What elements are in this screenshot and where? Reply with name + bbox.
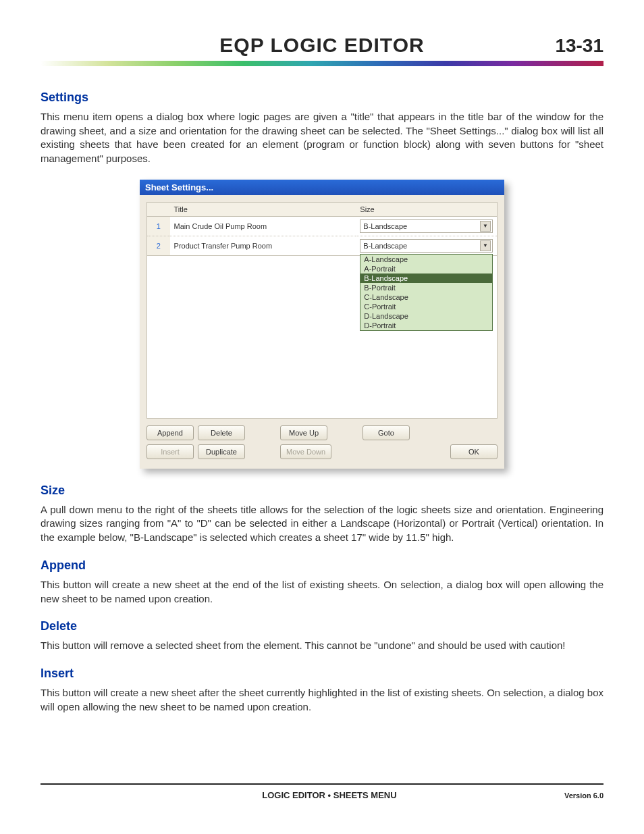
button-row-2: Insert Duplicate Move Down OK (146, 444, 498, 459)
row-title[interactable]: Main Crude Oil Pump Room (170, 216, 356, 236)
footer-row: LOGIC EDITOR • SHEETS MENU Version 6.0 (41, 790, 603, 800)
append-button[interactable]: Append (146, 425, 194, 440)
delete-text: This button will remove a selected sheet… (41, 639, 603, 653)
header-rule (41, 61, 603, 66)
size-text: A pull down menu to the right of the she… (41, 503, 603, 545)
move-up-button[interactable]: Move Up (280, 425, 327, 440)
size-select-value: B-Landscape (363, 222, 407, 230)
duplicate-button[interactable]: Duplicate (198, 444, 245, 459)
dialog-body: Title Size 1 Main Crude Oil Pump Room B-… (140, 195, 504, 469)
page-footer: LOGIC EDITOR • SHEETS MENU Version 6.0 (41, 783, 603, 800)
button-row-1: Append Delete Move Up Goto (146, 425, 498, 440)
size-option[interactable]: A-Landscape (360, 255, 492, 264)
table-header-row: Title Size (147, 202, 498, 216)
append-heading: Append (41, 558, 603, 573)
size-select-row1[interactable]: B-Landscape ▼ (360, 219, 493, 233)
row-title[interactable]: Product Transfer Pump Room (170, 236, 356, 255)
footer-center: LOGIC EDITOR • SHEETS MENU (95, 790, 564, 800)
sheet-settings-dialog: Sheet Settings... Title Size 1 Main Crud… (140, 180, 504, 469)
header-size-col: Size (356, 202, 497, 216)
move-down-button[interactable]: Move Down (280, 444, 331, 459)
table-row[interactable]: 2 Product Transfer Pump Room B-Landscape… (147, 236, 498, 255)
footer-version: Version 6.0 (564, 791, 603, 800)
page-header: EQP LOGIC EDITOR 13-31 (41, 34, 603, 57)
size-option[interactable]: C-Landscape (360, 292, 492, 302)
header-num-col (147, 202, 170, 216)
size-dropdown-list[interactable]: A-Landscape A-Portrait B-Landscape B-Por… (360, 254, 493, 331)
size-option[interactable]: D-Portrait (360, 321, 492, 330)
dropdown-arrow-icon[interactable]: ▼ (480, 240, 491, 251)
row-num: 2 (147, 236, 170, 255)
dropdown-arrow-icon[interactable]: ▼ (480, 221, 491, 232)
header-page-number: 13-31 (555, 35, 603, 57)
footer-rule (41, 783, 603, 785)
settings-text: This menu item opens a dialog box where … (41, 110, 603, 166)
table-row[interactable]: 1 Main Crude Oil Pump Room B-Landscape ▼ (147, 216, 498, 236)
insert-text: This button will create a new sheet afte… (41, 686, 603, 714)
size-option[interactable]: B-Portrait (360, 283, 492, 292)
row-num: 1 (147, 216, 170, 236)
sheet-settings-dialog-wrap: Sheet Settings... Title Size 1 Main Crud… (41, 180, 603, 469)
ok-button[interactable]: OK (450, 444, 498, 459)
sheet-table: Title Size 1 Main Crude Oil Pump Room B-… (146, 202, 498, 256)
insert-button[interactable]: Insert (146, 444, 194, 459)
goto-button[interactable]: Goto (363, 425, 410, 440)
header-title-col: Title (170, 202, 356, 216)
header-title: EQP LOGIC EDITOR (41, 34, 603, 57)
size-option-selected[interactable]: B-Landscape (360, 273, 492, 283)
size-option[interactable]: C-Portrait (360, 302, 492, 311)
settings-heading: Settings (41, 90, 603, 105)
size-heading: Size (41, 484, 603, 498)
row-size-cell[interactable]: B-Landscape ▼ A-Landscape A-Portrait B-L… (356, 236, 497, 255)
dialog-titlebar: Sheet Settings... (140, 180, 504, 195)
append-text: This button will create a new sheet at t… (41, 578, 603, 606)
dialog-button-area: Append Delete Move Up Goto Insert Duplic… (146, 425, 498, 459)
size-select-value: B-Landscape (363, 242, 407, 250)
size-select-row2[interactable]: B-Landscape ▼ (360, 239, 493, 253)
size-option[interactable]: A-Portrait (360, 264, 492, 273)
row-size-cell[interactable]: B-Landscape ▼ (356, 216, 497, 236)
size-option[interactable]: D-Landscape (360, 311, 492, 321)
document-page: EQP LOGIC EDITOR 13-31 Settings This men… (0, 0, 644, 834)
delete-button[interactable]: Delete (198, 425, 245, 440)
insert-heading: Insert (41, 667, 603, 681)
delete-heading: Delete (41, 619, 603, 633)
